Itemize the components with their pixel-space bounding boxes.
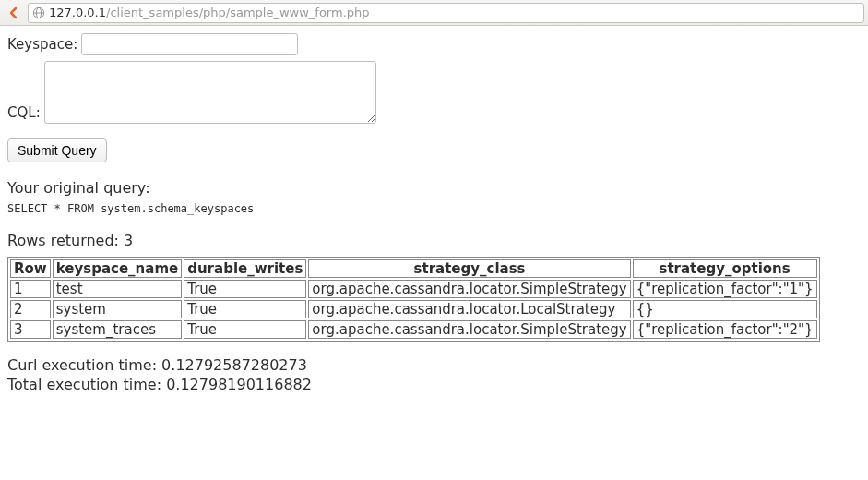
column-header: durable_writes <box>184 259 306 278</box>
keyspace-input[interactable] <box>81 33 298 55</box>
original-query-text: SELECT * FROM system.schema_keyspaces <box>7 202 861 215</box>
results-table: Rowkeyspace_namedurable_writesstrategy_c… <box>7 257 820 342</box>
back-arrow-icon <box>6 6 21 20</box>
column-header: Row <box>10 259 51 278</box>
rows-returned: Rows returned: 3 <box>7 232 861 249</box>
column-header: strategy_options <box>633 259 817 278</box>
table-cell: True <box>184 280 306 298</box>
table-cell: test <box>53 280 182 298</box>
table-cell: org.apache.cassandra.locator.LocalStrate… <box>308 300 630 318</box>
total-time: Total execution time: 0.12798190116882 <box>7 376 861 395</box>
timing-block: Curl execution time: 0.12792587280273 To… <box>7 356 861 395</box>
submit-query-button[interactable]: Submit Query <box>7 138 107 162</box>
table-cell: True <box>184 300 306 318</box>
table-row: 3system_tracesTrueorg.apache.cassandra.l… <box>10 320 817 339</box>
curl-time: Curl execution time: 0.12792587280273 <box>7 356 861 376</box>
table-row: 1testTrueorg.apache.cassandra.locator.Si… <box>10 280 817 298</box>
globe-icon <box>32 6 45 19</box>
cql-label: CQL: <box>7 104 41 124</box>
table-cell: system_traces <box>53 320 182 339</box>
column-header: keyspace_name <box>53 259 182 278</box>
column-header: strategy_class <box>308 259 630 278</box>
table-header-row: Rowkeyspace_namedurable_writesstrategy_c… <box>10 259 817 278</box>
url-text: 127.0.0.1/client_samples/php/sample_www_… <box>49 6 370 19</box>
rows-returned-count: 3 <box>124 232 133 249</box>
browser-toolbar: 127.0.0.1/client_samples/php/sample_www_… <box>0 0 868 26</box>
table-cell: 2 <box>10 300 51 318</box>
table-cell: org.apache.cassandra.locator.SimpleStrat… <box>308 320 630 339</box>
table-cell: {"replication_factor":"2"} <box>633 320 817 339</box>
table-cell: {} <box>633 300 817 318</box>
table-row: 2systemTrueorg.apache.cassandra.locator.… <box>10 300 817 318</box>
page-content: Keyspace: CQL: Submit Query Your origina… <box>0 26 868 402</box>
table-cell: 1 <box>10 280 51 298</box>
table-cell: True <box>184 320 306 339</box>
url-bar[interactable]: 127.0.0.1/client_samples/php/sample_www_… <box>28 3 864 23</box>
table-cell: org.apache.cassandra.locator.SimpleStrat… <box>308 280 630 298</box>
keyspace-label: Keyspace: <box>7 36 77 55</box>
table-body: 1testTrueorg.apache.cassandra.locator.Si… <box>10 280 817 339</box>
rows-returned-label: Rows returned: <box>7 232 124 249</box>
original-query-label: Your original query: <box>7 179 861 197</box>
table-cell: system <box>53 300 182 318</box>
cql-textarea[interactable] <box>44 61 376 124</box>
table-cell: 3 <box>10 320 51 339</box>
back-button[interactable] <box>4 3 24 23</box>
table-cell: {"replication_factor":"1"} <box>633 280 817 298</box>
